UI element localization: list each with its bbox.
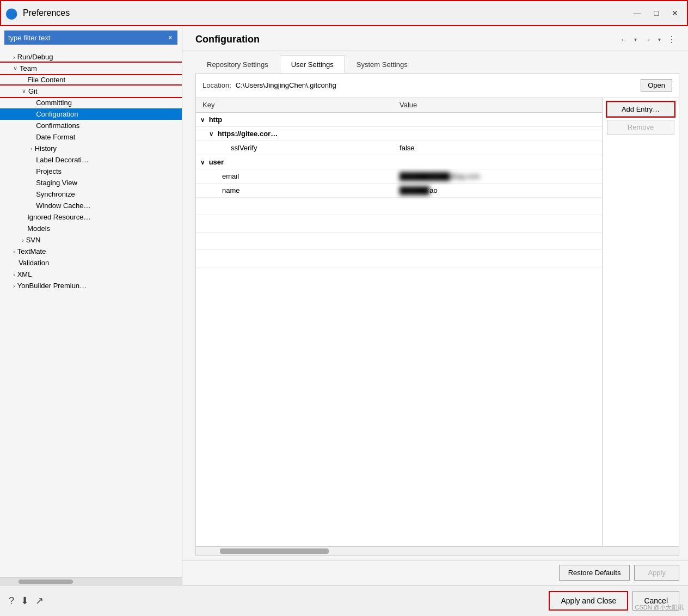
table-row[interactable]: ∨ user <box>196 155 602 169</box>
sidebar-item-label: SVN <box>26 236 41 244</box>
sidebar-item-team[interactable]: ∨ Team <box>0 63 182 74</box>
table-row[interactable]: name ██████ao <box>196 184 602 198</box>
close-button[interactable]: ✕ <box>667 7 683 20</box>
table-cell-value <box>393 127 602 141</box>
content-area: Configuration ← ▾ → ▾ ⋮ Repository Setti… <box>182 26 688 585</box>
chevron-down-icon: ∨ <box>200 117 205 123</box>
sidebar-item-models[interactable]: Models <box>0 223 182 234</box>
more-options-button[interactable]: ⋮ <box>664 33 679 46</box>
sidebar: × › Run/Debug ∨ Team File Content ∨ Git <box>0 26 182 585</box>
search-input[interactable] <box>8 34 165 42</box>
table-cell-key: sslVerify <box>196 141 393 155</box>
spacer-icon <box>30 157 34 163</box>
sidebar-item-date-format[interactable]: Date Format <box>0 131 182 143</box>
horizontal-scrollbar[interactable] <box>196 546 679 555</box>
tab-system-settings[interactable]: System Settings <box>345 56 419 73</box>
sidebar-item-svn[interactable]: › SVN <box>0 234 182 246</box>
chevron-right-icon: › <box>13 248 15 255</box>
table-cell-key: ∨ http <box>196 113 393 127</box>
spacer-icon <box>22 214 25 221</box>
help-icon[interactable]: ? <box>9 595 14 607</box>
chevron-down-icon: ∨ <box>13 65 17 72</box>
maximize-button[interactable]: □ <box>650 7 663 20</box>
config-table-wrapper: Key Value ∨ http <box>196 97 603 546</box>
table-row[interactable]: email ██████████@qq.com <box>196 169 602 184</box>
table-cell-key: email <box>196 169 393 184</box>
sidebar-item-history[interactable]: › History <box>0 143 182 154</box>
forward-button[interactable]: → <box>640 33 655 46</box>
sidebar-item-xml[interactable]: › XML <box>0 269 182 280</box>
sidebar-item-window-cache[interactable]: Window Cache… <box>0 200 182 211</box>
table-cell-value: ██████████@qq.com <box>393 169 602 184</box>
sidebar-item-validation[interactable]: Validation <box>0 257 182 269</box>
sidebar-item-label-decorati[interactable]: Label Decorati… <box>0 154 182 166</box>
sidebar-item-projects[interactable]: Projects <box>0 166 182 177</box>
chevron-right-icon: › <box>13 283 15 289</box>
forward-dropdown-button[interactable]: ▾ <box>657 35 662 44</box>
sidebar-item-ignored-resource[interactable]: Ignored Resource… <box>0 211 182 223</box>
table-cell-key: name <box>196 184 393 198</box>
tab-user-settings[interactable]: User Settings <box>280 56 345 73</box>
sidebar-scrollbar[interactable] <box>0 577 182 585</box>
table-cell-value <box>393 155 602 169</box>
table-row[interactable]: ∨ http <box>196 113 602 127</box>
restore-defaults-button[interactable]: Restore Defaults <box>559 565 630 581</box>
remove-button[interactable]: Remove <box>607 120 674 135</box>
import-icon[interactable]: ⬇ <box>21 595 29 607</box>
tab-repo-settings[interactable]: Repository Settings <box>195 56 280 73</box>
col-header-value: Value <box>393 97 602 113</box>
back-button[interactable]: ← <box>616 33 631 46</box>
table-row-empty <box>196 198 602 215</box>
sidebar-item-yonbuilder[interactable]: › YonBuilder Premiun… <box>0 280 182 291</box>
col-header-key: Key <box>196 97 393 113</box>
app-icon: ⬤ <box>5 7 19 20</box>
tree: › Run/Debug ∨ Team File Content ∨ Git <box>0 49 182 577</box>
sidebar-item-label: History <box>35 144 57 153</box>
table-cell-value: ██████ao <box>393 184 602 198</box>
spacer-icon <box>22 77 25 83</box>
sidebar-item-label: Window Cache… <box>36 202 90 210</box>
table-row[interactable]: ∨ https://gitee.cor… <box>196 127 602 141</box>
main-layout: × › Run/Debug ∨ Team File Content ∨ Git <box>0 26 688 585</box>
sidebar-item-file-content[interactable]: File Content <box>0 74 182 86</box>
sidebar-item-git[interactable]: ∨ Git <box>0 86 182 97</box>
search-bar: × <box>4 31 177 45</box>
sidebar-item-label: YonBuilder Premiun… <box>17 282 87 290</box>
apply-button[interactable]: Apply <box>634 565 679 581</box>
sidebar-item-configuration[interactable]: Configuration <box>0 108 182 120</box>
minimize-button[interactable]: — <box>629 7 646 20</box>
table-row-empty <box>196 233 602 250</box>
search-clear-button[interactable]: × <box>167 33 174 42</box>
panel: Location: C:\Users\JingjingChen\.gitconf… <box>195 73 679 556</box>
sidebar-item-textmate[interactable]: › TextMate <box>0 246 182 257</box>
sidebar-item-label: Team <box>20 64 37 72</box>
apply-and-close-button[interactable]: Apply and Close <box>549 591 628 611</box>
config-table: Key Value ∨ http <box>196 97 602 267</box>
sidebar-item-staging-view[interactable]: Staging View <box>0 177 182 188</box>
sidebar-item-committing[interactable]: Committing <box>0 97 182 108</box>
blurred-email: ██████████@qq.com <box>400 172 480 180</box>
sidebar-item-confirmations[interactable]: Confirmations <box>0 120 182 131</box>
table-row[interactable]: sslVerify false <box>196 141 602 155</box>
sidebar-item-run-debug[interactable]: › Run/Debug <box>0 51 182 63</box>
config-area: Key Value ∨ http <box>196 97 679 546</box>
sidebar-item-label: Label Decorati… <box>36 156 89 164</box>
export-icon[interactable]: ↗ <box>35 595 44 607</box>
spacer-icon <box>30 111 34 118</box>
table-row-empty <box>196 250 602 267</box>
spacer-icon <box>30 203 34 209</box>
table-cell-value: false <box>393 141 602 155</box>
open-button[interactable]: Open <box>641 79 672 92</box>
sidebar-item-label: Date Format <box>36 133 75 141</box>
sidebar-item-synchronize[interactable]: Synchronize <box>0 188 182 200</box>
sidebar-item-label: Synchronize <box>36 190 75 198</box>
content-nav: ← ▾ → ▾ ⋮ <box>616 33 679 46</box>
horizontal-scrollbar-thumb <box>220 548 329 554</box>
tabs-row: Repository Settings User Settings System… <box>182 51 688 73</box>
table-row-empty <box>196 215 602 233</box>
sidebar-item-label: Confirmations <box>36 121 79 130</box>
titlebar: ⬤ Preferences — □ ✕ <box>0 0 688 26</box>
back-dropdown-button[interactable]: ▾ <box>633 35 638 44</box>
add-entry-button[interactable]: Add Entry… <box>607 102 674 117</box>
sidebar-item-label: Models <box>27 224 50 233</box>
